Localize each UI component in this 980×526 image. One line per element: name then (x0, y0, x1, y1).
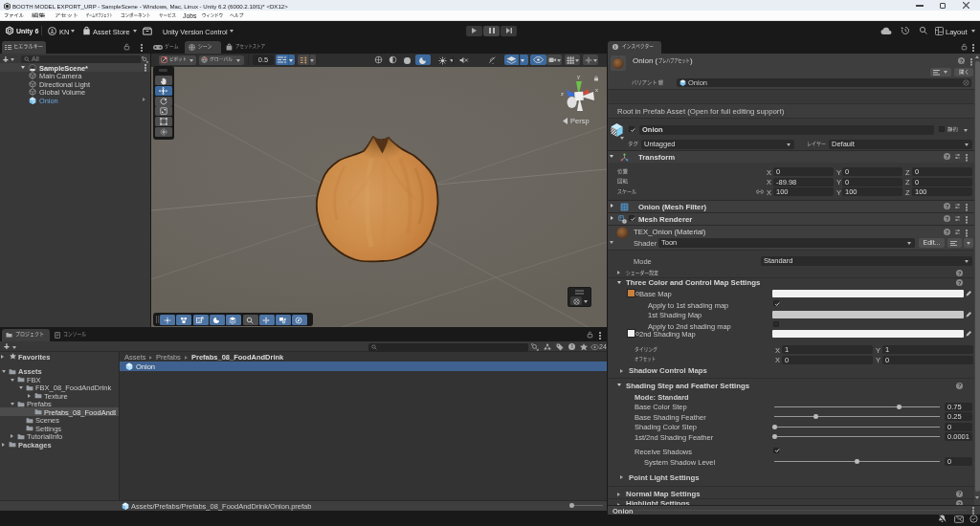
svg-text:z: z (561, 91, 564, 97)
svg-text:x: x (595, 87, 598, 93)
svg-text:y: y (577, 74, 580, 79)
